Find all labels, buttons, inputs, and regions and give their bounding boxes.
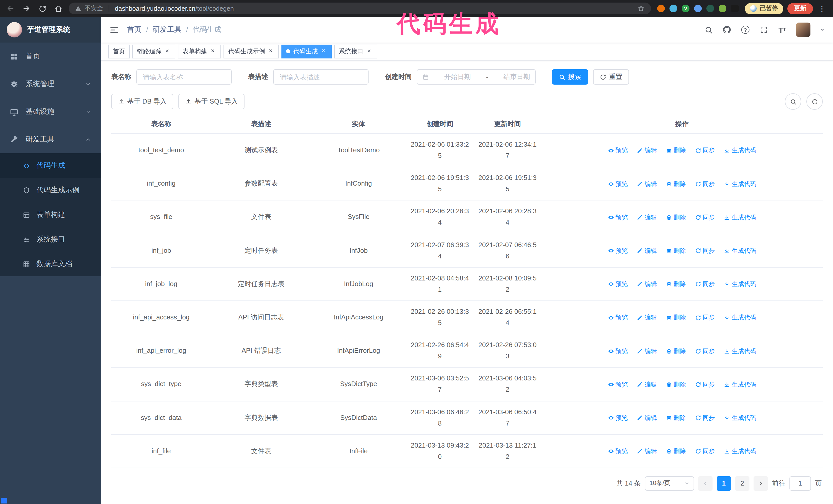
- tab-codegen-example[interactable]: 代码生成示例 ×: [223, 44, 279, 58]
- sidebar-item-home[interactable]: 首页: [0, 43, 101, 70]
- bookmark-star-icon[interactable]: [637, 5, 645, 12]
- sync-link[interactable]: 同步: [695, 179, 715, 189]
- tab-codegen[interactable]: 代码生成 ×: [281, 44, 332, 58]
- import-sql-button[interactable]: 基于 SQL 导入: [178, 94, 245, 109]
- preview-link[interactable]: 预览: [608, 312, 628, 323]
- delete-link[interactable]: 删除: [666, 413, 686, 423]
- edit-link[interactable]: 编辑: [637, 145, 657, 156]
- reload-icon[interactable]: [38, 4, 47, 13]
- preview-link[interactable]: 预览: [608, 246, 628, 256]
- sidebar-item-codegen-example[interactable]: 代码生成示例: [0, 178, 101, 202]
- generate-code-link[interactable]: 生成代码: [724, 279, 756, 289]
- delete-link[interactable]: 删除: [666, 379, 686, 390]
- prev-page-button[interactable]: [698, 476, 713, 491]
- tab-form-builder[interactable]: 表单构建 ×: [178, 44, 221, 58]
- home-icon[interactable]: [54, 4, 63, 13]
- fullscreen-icon[interactable]: [759, 25, 768, 34]
- extension-icon[interactable]: [731, 5, 739, 12]
- hamburger-icon[interactable]: [109, 25, 119, 34]
- close-icon[interactable]: ×: [164, 48, 171, 55]
- extension-icon[interactable]: [719, 5, 727, 12]
- delete-link[interactable]: 删除: [666, 246, 686, 256]
- extension-icon[interactable]: [694, 5, 702, 12]
- tab-system-api[interactable]: 系统接口 ×: [334, 44, 377, 58]
- preview-link[interactable]: 预览: [608, 413, 628, 423]
- generate-code-link[interactable]: 生成代码: [724, 346, 756, 356]
- generate-code-link[interactable]: 生成代码: [724, 179, 756, 189]
- breadcrumb-home[interactable]: 首页: [127, 25, 142, 34]
- extension-icon[interactable]: [669, 5, 677, 12]
- sync-link[interactable]: 同步: [695, 346, 715, 356]
- delete-link[interactable]: 删除: [666, 279, 686, 289]
- edit-link[interactable]: 编辑: [637, 413, 657, 423]
- toggle-search-button[interactable]: [785, 93, 801, 110]
- delete-link[interactable]: 删除: [666, 346, 686, 356]
- close-icon[interactable]: ×: [209, 48, 216, 55]
- import-db-button[interactable]: 基于 DB 导入: [111, 94, 173, 109]
- search-icon[interactable]: [704, 25, 713, 34]
- delete-link[interactable]: 删除: [666, 145, 686, 156]
- delete-link[interactable]: 删除: [666, 179, 686, 189]
- preview-link[interactable]: 预览: [608, 346, 628, 356]
- preview-link[interactable]: 预览: [608, 212, 628, 223]
- generate-code-link[interactable]: 生成代码: [724, 446, 756, 457]
- close-icon[interactable]: ×: [320, 48, 327, 55]
- logo[interactable]: 芋道管理系统: [0, 17, 101, 43]
- address-bar[interactable]: 不安全 dashboard.yudao.iocoder.cn/tool/code…: [69, 3, 651, 14]
- sync-link[interactable]: 同步: [695, 212, 715, 223]
- date-range-picker[interactable]: 开始日期 - 结束日期: [417, 69, 536, 85]
- sync-link[interactable]: 同步: [695, 413, 715, 423]
- close-icon[interactable]: ×: [365, 48, 373, 55]
- goto-page-input[interactable]: [789, 476, 811, 491]
- generate-code-link[interactable]: 生成代码: [724, 379, 756, 390]
- sync-link[interactable]: 同步: [695, 312, 715, 323]
- preview-link[interactable]: 预览: [608, 379, 628, 390]
- tab-home[interactable]: 首页: [108, 44, 130, 58]
- back-icon[interactable]: [6, 4, 15, 13]
- sidebar-item-infra[interactable]: 基础设施: [0, 98, 101, 126]
- preview-link[interactable]: 预览: [608, 179, 628, 189]
- refresh-button[interactable]: [806, 93, 823, 110]
- sync-link[interactable]: 同步: [695, 446, 715, 457]
- edit-link[interactable]: 编辑: [637, 346, 657, 356]
- edit-link[interactable]: 编辑: [637, 379, 657, 390]
- preview-link[interactable]: 预览: [608, 145, 628, 156]
- avatar-caret-icon[interactable]: [820, 27, 825, 32]
- sidebar-item-db-doc[interactable]: 数据库文档: [0, 252, 101, 277]
- sync-link[interactable]: 同步: [695, 246, 715, 256]
- generate-code-link[interactable]: 生成代码: [724, 413, 756, 423]
- font-size-icon[interactable]: TT: [778, 25, 787, 34]
- sync-link[interactable]: 同步: [695, 379, 715, 390]
- table-name-input[interactable]: [136, 69, 232, 85]
- sidebar-item-form-builder[interactable]: 表单构建: [0, 202, 101, 227]
- extension-icon[interactable]: [657, 5, 665, 12]
- next-page-button[interactable]: [754, 476, 768, 491]
- update-button[interactable]: 更新: [787, 3, 813, 14]
- help-icon[interactable]: ?: [741, 25, 750, 34]
- preview-link[interactable]: 预览: [608, 446, 628, 457]
- search-button[interactable]: 搜索: [552, 69, 588, 85]
- paused-badge[interactable]: 已暂停: [745, 3, 783, 14]
- sync-link[interactable]: 同步: [695, 145, 715, 156]
- generate-code-link[interactable]: 生成代码: [724, 145, 756, 156]
- sidebar-item-system[interactable]: 系统管理: [0, 70, 101, 98]
- edit-link[interactable]: 编辑: [637, 212, 657, 223]
- user-avatar[interactable]: [796, 23, 810, 37]
- generate-code-link[interactable]: 生成代码: [724, 312, 756, 323]
- delete-link[interactable]: 删除: [666, 446, 686, 457]
- extension-icon[interactable]: V: [682, 5, 689, 12]
- extension-icon[interactable]: [706, 5, 714, 12]
- generate-code-link[interactable]: 生成代码: [724, 212, 756, 223]
- edit-link[interactable]: 编辑: [637, 446, 657, 457]
- browser-menu-icon[interactable]: ⋮: [817, 5, 827, 12]
- sidebar-item-system-api[interactable]: 系统接口: [0, 227, 101, 252]
- sidebar-item-codegen[interactable]: 代码生成: [0, 153, 101, 178]
- preview-link[interactable]: 预览: [608, 279, 628, 289]
- page-size-select[interactable]: 10条/页: [645, 476, 694, 491]
- edit-link[interactable]: 编辑: [637, 179, 657, 189]
- generate-code-link[interactable]: 生成代码: [724, 246, 756, 256]
- github-icon[interactable]: [722, 25, 732, 34]
- page-button-2[interactable]: 2: [735, 476, 749, 491]
- breadcrumb-devtools[interactable]: 研发工具: [153, 25, 182, 34]
- table-desc-input[interactable]: [273, 69, 368, 85]
